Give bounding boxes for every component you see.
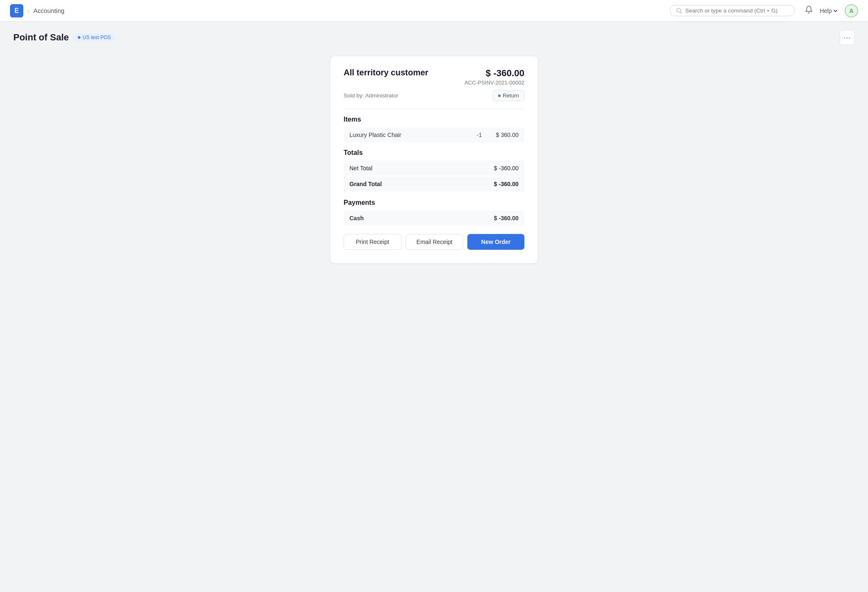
pos-badge-label: US test POS [82, 35, 111, 40]
search-bar[interactable] [670, 5, 795, 16]
pos-badge-dot [78, 36, 80, 39]
totals-section-title: Totals [344, 149, 524, 157]
more-options-button[interactable]: ··· [840, 30, 855, 45]
return-dot [498, 95, 501, 97]
print-receipt-button[interactable]: Print Receipt [344, 234, 402, 250]
receipt-header: All territory customer $ -360.00 ACC-PSI… [344, 68, 524, 86]
items-section-title: Items [344, 116, 524, 123]
payment-row: Cash $ -360.00 [344, 211, 524, 226]
topbar: E › Accounting Help A [0, 0, 868, 22]
divider-1 [344, 109, 524, 109]
item-row: Luxury Plastic Chair -1 $ 360.00 [344, 127, 524, 142]
svg-point-0 [677, 8, 681, 12]
receipt-invoice-number: ACC-PSINV-2021-00002 [464, 80, 524, 86]
customer-name: All territory customer [344, 68, 428, 77]
topbar-right: Help A [805, 4, 858, 17]
payments-table: Cash $ -360.00 [344, 211, 524, 226]
svg-line-1 [680, 12, 682, 13]
net-total-row: Net Total $ -360.00 [344, 161, 524, 176]
main-content: All territory customer $ -360.00 ACC-PSI… [0, 52, 868, 280]
search-input[interactable] [685, 7, 788, 14]
action-row: Print Receipt Email Receipt New Order [344, 234, 524, 250]
sold-by-row: Sold by: Administrator Return [344, 90, 524, 101]
grand-total-row: Grand Total $ -360.00 [344, 176, 524, 192]
breadcrumb-accounting: Accounting [33, 7, 64, 14]
net-total-value: $ -360.00 [443, 161, 524, 176]
breadcrumb-chevron: › [27, 7, 29, 14]
items-table: Luxury Plastic Chair -1 $ 360.00 [344, 127, 524, 142]
app-logo: E [10, 4, 23, 17]
return-button[interactable]: Return [493, 90, 524, 101]
search-icon [676, 7, 682, 14]
email-receipt-button[interactable]: Email Receipt [406, 234, 464, 250]
new-order-button[interactable]: New Order [467, 234, 524, 250]
sold-by-label: Sold by: Administrator [344, 92, 398, 99]
payment-name: Cash [349, 215, 364, 221]
totals-table: Net Total $ -360.00 Grand Total $ -360.0… [344, 161, 524, 192]
item-name: Luxury Plastic Chair [349, 132, 466, 138]
item-qty: -1 [469, 132, 482, 138]
net-total-label: Net Total [344, 161, 443, 176]
payment-amount: $ -360.00 [494, 215, 519, 221]
payments-section-title: Payments [344, 199, 524, 206]
return-button-label: Return [503, 92, 519, 99]
page-title: Point of Sale [13, 32, 69, 43]
notifications-button[interactable] [805, 5, 813, 16]
grand-total-label: Grand Total [344, 176, 443, 192]
page-header: Point of Sale US test POS ··· [0, 22, 868, 52]
help-button[interactable]: Help [820, 7, 838, 14]
pos-badge: US test POS [74, 33, 115, 42]
avatar: A [845, 4, 858, 17]
receipt-card: All territory customer $ -360.00 ACC-PSI… [330, 56, 538, 264]
receipt-total: $ -360.00 [464, 68, 524, 79]
grand-total-value: $ -360.00 [443, 176, 524, 192]
item-price: $ 360.00 [485, 132, 519, 138]
